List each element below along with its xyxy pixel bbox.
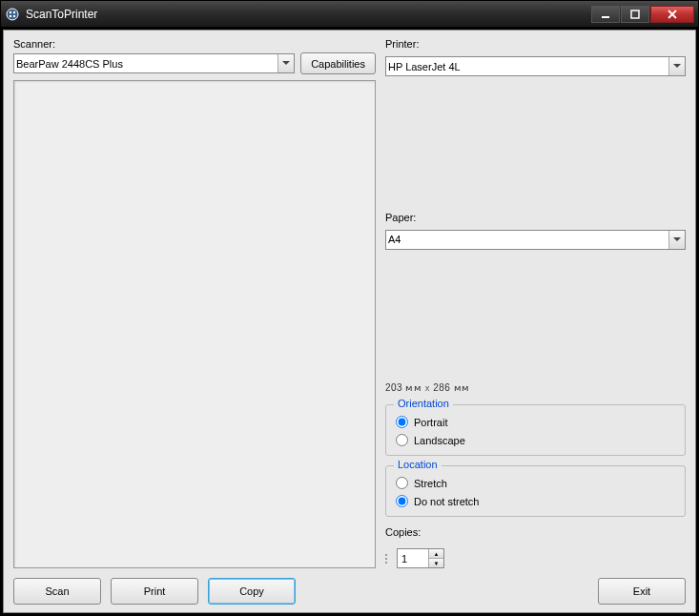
scanner-panel: Scanner: BearPaw 2448CS Plus Capabilitie… [13, 38, 376, 568]
exit-button[interactable]: Exit [598, 578, 686, 605]
orientation-landscape-label: Landscape [414, 435, 465, 446]
app-window: ScanToPrinter Scanner: BearPaw 2448CS Pl… [0, 0, 699, 616]
paper-select[interactable]: A4 [385, 230, 686, 250]
location-nostretch-label: Do not stretch [414, 496, 479, 507]
location-nostretch-radio[interactable] [396, 495, 408, 507]
svg-point-0 [7, 9, 18, 20]
scanner-select[interactable]: BearPaw 2448CS Plus [13, 53, 295, 73]
copy-button[interactable]: Copy [208, 578, 296, 605]
location-group: Location Stretch Do not stretch [385, 465, 686, 517]
orientation-group: Orientation Portrait Landscape [385, 404, 686, 456]
svg-point-1 [10, 10, 11, 12]
app-icon [5, 7, 20, 22]
svg-point-3 [10, 14, 11, 16]
scanner-label: Scanner: [13, 38, 376, 50]
orientation-legend: Orientation [394, 398, 453, 409]
copies-stepper[interactable]: ▲ ▼ [397, 548, 444, 568]
copies-up-button[interactable]: ▲ [429, 549, 443, 559]
window-controls [590, 6, 694, 23]
scan-preview [13, 80, 376, 568]
location-stretch-radio[interactable] [396, 477, 408, 489]
orientation-portrait-radio[interactable] [396, 416, 408, 428]
copies-down-button[interactable]: ▼ [429, 559, 443, 567]
orientation-portrait-row[interactable]: Portrait [396, 413, 675, 431]
printer-label: Printer: [385, 38, 686, 50]
printer-select[interactable]: HP LaserJet 4L [385, 56, 686, 76]
location-stretch-label: Stretch [414, 478, 447, 489]
grip-icon [385, 554, 389, 564]
close-button[interactable] [650, 6, 694, 23]
orientation-landscape-radio[interactable] [396, 434, 408, 446]
capabilities-button[interactable]: Capabilities [300, 52, 376, 74]
titlebar: ScanToPrinter [1, 1, 698, 28]
orientation-landscape-row[interactable]: Landscape [396, 431, 675, 449]
maximize-button[interactable] [621, 6, 649, 23]
main-columns: Scanner: BearPaw 2448CS Plus Capabilitie… [13, 38, 686, 568]
location-nostretch-row[interactable]: Do not stretch [396, 492, 675, 510]
orientation-portrait-label: Portrait [414, 417, 447, 428]
footer-buttons: Scan Print Copy Exit [13, 574, 686, 605]
svg-rect-5 [602, 16, 609, 18]
svg-point-2 [13, 10, 15, 12]
scan-button[interactable]: Scan [13, 578, 101, 605]
paper-label: Paper: [385, 212, 686, 223]
window-title: ScanToPrinter [26, 8, 590, 21]
printer-panel: Printer: HP LaserJet 4L Paper: A4 203 ᴍᴍ… [385, 38, 686, 568]
copies-input[interactable] [398, 549, 428, 567]
content-area: Scanner: BearPaw 2448CS Plus Capabilitie… [3, 30, 696, 613]
location-stretch-row[interactable]: Stretch [396, 474, 675, 492]
svg-rect-6 [631, 10, 639, 18]
paper-dimensions: 203 ᴍᴍ x 286 ᴍᴍ [385, 380, 686, 395]
svg-point-4 [13, 14, 15, 16]
copies-label: Copies: [385, 526, 686, 538]
print-button[interactable]: Print [111, 578, 198, 605]
location-legend: Location [394, 459, 442, 470]
minimize-button[interactable] [591, 6, 620, 23]
